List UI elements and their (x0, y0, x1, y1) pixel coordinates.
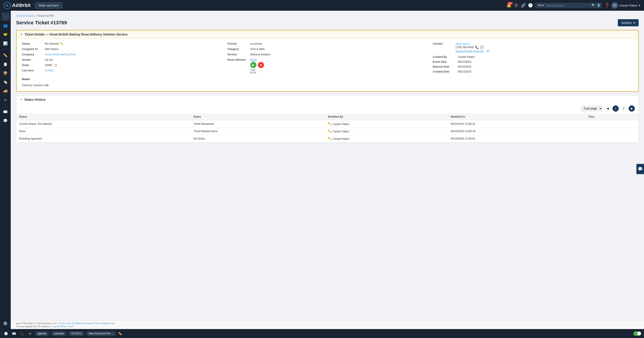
dates-section: Created By Cassie Pataro Event Date 09/1… (433, 55, 633, 73)
privacy-link[interactable]: Privacy Policy (85, 322, 100, 325)
page-1-button[interactable]: 1 (612, 105, 619, 112)
contact-email-link[interactable]: pataroc@mail.gvsu.edu (456, 50, 484, 53)
order-value: #3405 📋 (45, 64, 57, 67)
row2-edit-button[interactable]: ✏️ (328, 130, 332, 133)
status-row: Status Re-Opened ✏️ (22, 42, 222, 45)
search-icon[interactable]: 🔍 (592, 3, 595, 7)
timer-play-button[interactable]: ▶ (250, 62, 256, 68)
sidebar-item-settings[interactable]: ⚙️ (1, 319, 10, 327)
row2-notes: Ticket Marked Done (191, 128, 325, 135)
link-icon[interactable]: 🔗 (521, 3, 526, 8)
help-icon[interactable]: ❓ (604, 3, 609, 8)
terms-link[interactable]: Terms and Conditions (60, 322, 83, 325)
bottombar-tab-todo[interactable]: TO-DO's (68, 331, 84, 336)
status-edit-icon[interactable]: ✏️ (60, 42, 64, 45)
created-date-label: Created Date (433, 70, 455, 73)
microphone-icon[interactable]: 🎙️ (596, 3, 600, 7)
order-row: Order #3405 📋 (22, 64, 222, 67)
contact-name-link[interactable]: Mary Berry (456, 42, 470, 45)
event-date-row: Event Date 09/14/2023 (433, 60, 633, 63)
phone-icon[interactable]: 📞 (475, 45, 479, 49)
sidebar-item-packages[interactable]: 📦 (1, 69, 10, 77)
notifications-bell-icon[interactable]: 🔔 99+ (506, 3, 512, 8)
sidebar-item-proposals[interactable]: 🏷️ (1, 78, 10, 86)
ticket-details-body: Status Re-Opened ✏️ Assigned To Allie Pa… (16, 39, 638, 91)
table-body: Current Status: Re-Opened Ticket Reopene… (16, 120, 638, 143)
mobile-link[interactable]: Mobile Site (103, 322, 115, 325)
table-row: Branding Approved No Notes. ✏️ Cassie Pa… (16, 135, 638, 143)
sidebar-item-contacts[interactable]: 👥 (1, 21, 10, 29)
footer: qa 67730 [1dd] | © 2023 Aysling, LLC. | … (11, 320, 644, 329)
bottombar-tab-calendar[interactable]: calendar (51, 331, 67, 336)
row2-status: Done (16, 128, 191, 135)
row1-files (586, 120, 638, 128)
actions-button[interactable]: Actions ▾ (618, 19, 639, 26)
material-date-row: Material Date 09/14/2023 (433, 65, 633, 68)
sidebar-item-support[interactable]: 💬 (1, 117, 10, 125)
table-row: Current Status: Re-Opened Ticket Reopene… (16, 120, 638, 128)
bottombar-edit-button[interactable]: ✏️ (118, 332, 122, 335)
sidebar-item-home[interactable]: ⌂ (1, 12, 10, 20)
contact-phone-row: (734) 358-8455 📞 💬 (456, 45, 490, 49)
sidebar-item-reports[interactable]: 📊 (1, 39, 10, 47)
footer-line2: You are signed into 25 devices. | Log Al… (16, 325, 639, 328)
app-logo: ⊘ Ad⊘rbit (4, 2, 31, 9)
company-link[interactable]: Great British Baking Show (45, 53, 76, 56)
row3-edit-button[interactable]: ✏️ (328, 137, 332, 141)
material-date-label: Material Date (433, 65, 455, 68)
bottombar-tab-agenda[interactable]: agenda (35, 331, 49, 336)
assigned-to-row: Assigned To Allie Pataro (22, 47, 222, 51)
table-header: Status Notes Modified By Modified At Fil… (16, 113, 638, 120)
order-number: #3405 (45, 64, 52, 67)
search-input[interactable] (546, 4, 590, 7)
bottombar-add-icon[interactable]: ➕ (27, 331, 33, 337)
page-2-button[interactable]: 2 (620, 105, 627, 112)
timer-buttons: ▶ ■ (250, 62, 264, 68)
breadcrumb: Service Tickets » Ticket #13769 (16, 14, 639, 17)
breadcrumb-parent-link[interactable]: Service Tickets (16, 14, 34, 17)
pagination-area: 5 per page ◀ 1 2 ▶ (16, 104, 638, 113)
bottombar-phone-icon[interactable]: 📞 (19, 331, 25, 337)
per-page-select[interactable]: 5 per page (581, 106, 603, 111)
sidebar-item-partners[interactable]: 🤝 (1, 30, 10, 38)
next-page-button[interactable]: ▶ (628, 105, 635, 112)
col-files: Files (586, 113, 638, 120)
page-title: Service Ticket #13769 (16, 20, 67, 26)
status-text: Re-Opened (45, 42, 58, 45)
line-item-link[interactable]: #13882 (45, 69, 54, 72)
bottombar-mail-icon[interactable]: 📧 (11, 331, 17, 337)
row1-edit-button[interactable]: ✏️ (328, 122, 332, 126)
user-name: Cassie Pataro (619, 4, 638, 7)
sidebar-item-delivery[interactable]: 🚚 (1, 87, 10, 95)
timer-total-value: 00:05 (250, 71, 256, 74)
sidebar-item-edit[interactable]: ✏️ (1, 51, 10, 59)
timer-stop-button[interactable]: ■ (258, 62, 264, 68)
history-icon[interactable]: 🕐 (528, 3, 533, 8)
email-icon[interactable]: 📧 (486, 49, 490, 53)
col-notes: Notes (191, 113, 325, 120)
log-out-others-link[interactable]: Log All Others Out? (52, 325, 74, 328)
priority-label: Priority (228, 42, 248, 45)
sidebar-item-email[interactable]: ✉️ (1, 108, 10, 116)
message-icon[interactable]: 💬 (480, 45, 484, 49)
sidebar-divider-1 (2, 49, 8, 49)
bottom-bar-toggle[interactable] (633, 331, 641, 336)
user-menu[interactable]: CP Cassie Pataro ▾ (612, 2, 640, 8)
search-filter-select[interactable]: All (537, 3, 544, 7)
timer-total: Total 00:05 (250, 69, 256, 74)
timer-time-display[interactable]: 00:00 (250, 58, 257, 61)
bottombar-tab-new-accounts[interactable]: New Accounts Per ... (86, 331, 116, 336)
order-copy-icon[interactable]: 📋 (54, 64, 57, 67)
status-history-header[interactable]: ▼ Status History (16, 96, 638, 104)
bottombar-clock-icon[interactable]: 🕐 (3, 331, 9, 337)
add-icon[interactable]: ➕ (514, 3, 518, 8)
sidebar-item-orders[interactable]: 📋 (1, 60, 10, 68)
line-item-label: Line Item (22, 69, 42, 72)
event-date-value: 09/14/2023 (458, 60, 471, 63)
notes-section: Notes Delivery Solution kljk (22, 77, 633, 88)
prev-page-button[interactable]: ◀ (604, 105, 611, 112)
refer-earn-button[interactable]: Refer and Earn (35, 2, 62, 9)
sidebar-item-web[interactable]: W (1, 96, 10, 104)
ticket-details-header[interactable]: ▼ Ticket Details — Great British Baking … (16, 30, 638, 39)
chat-bubble-button[interactable]: 💬 (636, 164, 644, 174)
